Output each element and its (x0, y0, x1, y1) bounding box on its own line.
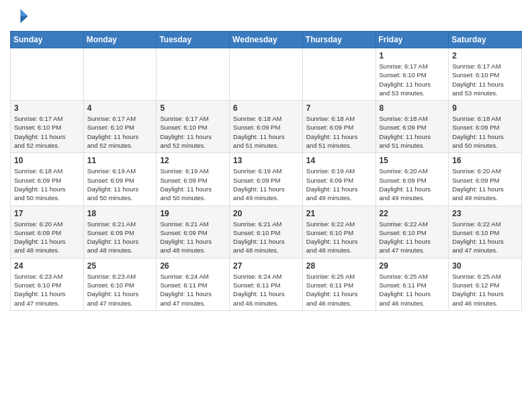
day-number: 5 (160, 103, 226, 113)
calendar-cell: 2Sunrise: 6:17 AM Sunset: 6:10 PM Daylig… (449, 48, 522, 101)
day-info: Sunrise: 6:23 AM Sunset: 6:10 PM Dayligh… (14, 272, 80, 308)
day-number: 18 (87, 209, 153, 218)
calendar-cell: 30Sunrise: 6:25 AM Sunset: 6:12 PM Dayli… (449, 258, 522, 310)
calendar-day-header: Saturday (449, 32, 522, 48)
day-number: 19 (160, 209, 226, 218)
calendar-cell: 14Sunrise: 6:19 AM Sunset: 6:09 PM Dayli… (302, 153, 375, 205)
day-number: 29 (380, 261, 445, 271)
day-number: 21 (306, 209, 372, 218)
day-number: 30 (452, 261, 518, 271)
calendar-week-row: 3Sunrise: 6:17 AM Sunset: 6:10 PM Daylig… (11, 101, 522, 153)
calendar-cell: 26Sunrise: 6:24 AM Sunset: 6:11 PM Dayli… (157, 258, 230, 310)
day-number: 13 (233, 156, 299, 165)
day-number: 17 (14, 209, 80, 218)
calendar-cell: 8Sunrise: 6:18 AM Sunset: 6:09 PM Daylig… (375, 101, 449, 153)
day-info: Sunrise: 6:24 AM Sunset: 6:11 PM Dayligh… (160, 272, 226, 308)
calendar-cell: 29Sunrise: 6:25 AM Sunset: 6:11 PM Dayli… (375, 258, 449, 310)
svg-marker-1 (20, 16, 28, 24)
day-number: 28 (306, 261, 372, 271)
day-info: Sunrise: 6:25 AM Sunset: 6:11 PM Dayligh… (380, 272, 445, 308)
day-number: 15 (380, 156, 445, 165)
day-info: Sunrise: 6:25 AM Sunset: 6:12 PM Dayligh… (452, 272, 518, 308)
day-info: Sunrise: 6:18 AM Sunset: 6:09 PM Dayligh… (306, 114, 372, 150)
logo (10, 7, 32, 26)
calendar-cell: 4Sunrise: 6:17 AM Sunset: 6:10 PM Daylig… (83, 101, 157, 153)
day-info: Sunrise: 6:19 AM Sunset: 6:09 PM Dayligh… (306, 167, 372, 202)
calendar-cell: 12Sunrise: 6:19 AM Sunset: 6:09 PM Dayli… (157, 153, 230, 205)
day-number: 4 (87, 103, 153, 113)
calendar-week-row: 1Sunrise: 6:17 AM Sunset: 6:10 PM Daylig… (11, 48, 522, 101)
day-info: Sunrise: 6:24 AM Sunset: 6:11 PM Dayligh… (233, 272, 299, 308)
calendar-table: SundayMondayTuesdayWednesdayThursdayFrid… (10, 31, 522, 311)
calendar-cell: 23Sunrise: 6:22 AM Sunset: 6:10 PM Dayli… (449, 205, 522, 258)
header (10, 7, 522, 26)
day-number: 24 (14, 261, 80, 271)
day-number: 3 (14, 103, 80, 113)
calendar-cell: 27Sunrise: 6:24 AM Sunset: 6:11 PM Dayli… (230, 258, 303, 310)
calendar-week-row: 10Sunrise: 6:18 AM Sunset: 6:09 PM Dayli… (11, 153, 522, 205)
day-info: Sunrise: 6:22 AM Sunset: 6:10 PM Dayligh… (306, 220, 372, 255)
calendar-day-header: Wednesday (230, 32, 303, 48)
calendar-cell (11, 48, 84, 101)
day-number: 6 (233, 103, 299, 113)
day-info: Sunrise: 6:17 AM Sunset: 6:10 PM Dayligh… (87, 114, 153, 150)
calendar-cell (157, 48, 230, 101)
day-info: Sunrise: 6:19 AM Sunset: 6:09 PM Dayligh… (87, 167, 153, 202)
day-info: Sunrise: 6:18 AM Sunset: 6:09 PM Dayligh… (14, 167, 80, 202)
day-info: Sunrise: 6:25 AM Sunset: 6:11 PM Dayligh… (306, 272, 372, 308)
day-number: 16 (452, 156, 518, 165)
day-number: 14 (306, 156, 372, 165)
calendar-header-row: SundayMondayTuesdayWednesdayThursdayFrid… (11, 32, 522, 48)
calendar-week-row: 24Sunrise: 6:23 AM Sunset: 6:10 PM Dayli… (11, 258, 522, 310)
calendar-cell: 16Sunrise: 6:20 AM Sunset: 6:09 PM Dayli… (449, 153, 522, 205)
day-info: Sunrise: 6:18 AM Sunset: 6:09 PM Dayligh… (380, 114, 445, 150)
calendar-cell (83, 48, 157, 101)
calendar-cell: 7Sunrise: 6:18 AM Sunset: 6:09 PM Daylig… (302, 101, 375, 153)
day-info: Sunrise: 6:18 AM Sunset: 6:09 PM Dayligh… (233, 114, 299, 150)
calendar-cell: 17Sunrise: 6:20 AM Sunset: 6:09 PM Dayli… (11, 205, 84, 258)
day-info: Sunrise: 6:22 AM Sunset: 6:10 PM Dayligh… (380, 220, 445, 255)
day-number: 22 (380, 209, 445, 218)
calendar-cell: 13Sunrise: 6:19 AM Sunset: 6:09 PM Dayli… (230, 153, 303, 205)
day-info: Sunrise: 6:21 AM Sunset: 6:09 PM Dayligh… (160, 220, 226, 255)
day-info: Sunrise: 6:19 AM Sunset: 6:09 PM Dayligh… (160, 167, 226, 202)
calendar-cell: 28Sunrise: 6:25 AM Sunset: 6:11 PM Dayli… (302, 258, 375, 310)
calendar-cell: 11Sunrise: 6:19 AM Sunset: 6:09 PM Dayli… (83, 153, 157, 205)
day-info: Sunrise: 6:17 AM Sunset: 6:10 PM Dayligh… (452, 62, 518, 97)
day-info: Sunrise: 6:20 AM Sunset: 6:09 PM Dayligh… (380, 167, 445, 202)
calendar-page: SundayMondayTuesdayWednesdayThursdayFrid… (0, 0, 532, 321)
calendar-cell: 15Sunrise: 6:20 AM Sunset: 6:09 PM Dayli… (375, 153, 449, 205)
day-number: 25 (87, 261, 153, 271)
day-info: Sunrise: 6:17 AM Sunset: 6:10 PM Dayligh… (160, 114, 226, 150)
day-number: 1 (380, 51, 445, 60)
calendar-cell: 10Sunrise: 6:18 AM Sunset: 6:09 PM Dayli… (11, 153, 84, 205)
day-info: Sunrise: 6:21 AM Sunset: 6:09 PM Dayligh… (87, 220, 153, 255)
day-number: 9 (452, 103, 518, 113)
day-number: 11 (87, 156, 153, 165)
day-number: 2 (452, 51, 518, 60)
day-number: 12 (160, 156, 226, 165)
calendar-cell (230, 48, 303, 101)
day-info: Sunrise: 6:17 AM Sunset: 6:10 PM Dayligh… (380, 62, 445, 97)
day-number: 7 (306, 103, 372, 113)
calendar-day-header: Sunday (11, 32, 84, 48)
svg-marker-0 (20, 9, 28, 17)
calendar-cell: 25Sunrise: 6:23 AM Sunset: 6:10 PM Dayli… (83, 258, 157, 310)
calendar-cell: 3Sunrise: 6:17 AM Sunset: 6:10 PM Daylig… (11, 101, 84, 153)
calendar-week-row: 17Sunrise: 6:20 AM Sunset: 6:09 PM Dayli… (11, 205, 522, 258)
calendar-day-header: Thursday (302, 32, 375, 48)
calendar-cell: 5Sunrise: 6:17 AM Sunset: 6:10 PM Daylig… (157, 101, 230, 153)
day-info: Sunrise: 6:20 AM Sunset: 6:09 PM Dayligh… (452, 167, 518, 202)
day-info: Sunrise: 6:17 AM Sunset: 6:10 PM Dayligh… (14, 114, 80, 150)
calendar-day-header: Friday (375, 32, 449, 48)
calendar-cell: 6Sunrise: 6:18 AM Sunset: 6:09 PM Daylig… (230, 101, 303, 153)
calendar-cell: 18Sunrise: 6:21 AM Sunset: 6:09 PM Dayli… (83, 205, 157, 258)
day-info: Sunrise: 6:22 AM Sunset: 6:10 PM Dayligh… (452, 220, 518, 255)
day-number: 27 (233, 261, 299, 271)
day-number: 23 (452, 209, 518, 218)
calendar-cell (302, 48, 375, 101)
calendar-cell: 9Sunrise: 6:18 AM Sunset: 6:09 PM Daylig… (449, 101, 522, 153)
day-number: 8 (380, 103, 445, 113)
calendar-day-header: Tuesday (157, 32, 230, 48)
day-number: 26 (160, 261, 226, 271)
